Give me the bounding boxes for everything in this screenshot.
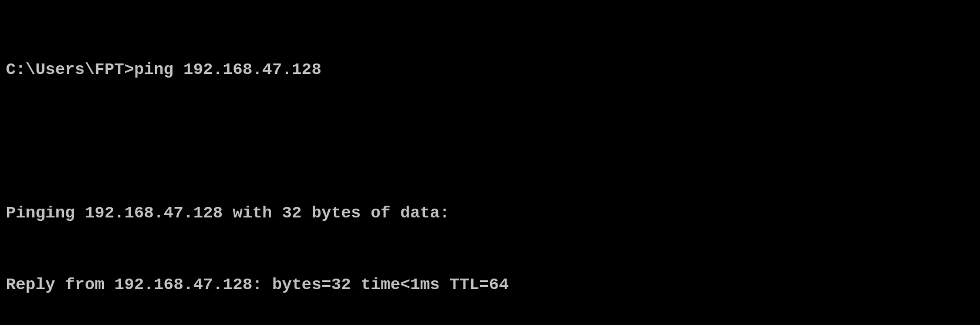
- reply-line-1: Reply from 192.168.47.128: bytes=32 time…: [6, 273, 974, 297]
- blank-line-1: [6, 130, 974, 154]
- pinging-line: Pinging 192.168.47.128 with 32 bytes of …: [6, 202, 974, 226]
- command-line: C:\Users\FPT>ping 192.168.47.128: [6, 58, 974, 82]
- terminal-window: C:\Users\FPT>ping 192.168.47.128 Pinging…: [0, 0, 980, 325]
